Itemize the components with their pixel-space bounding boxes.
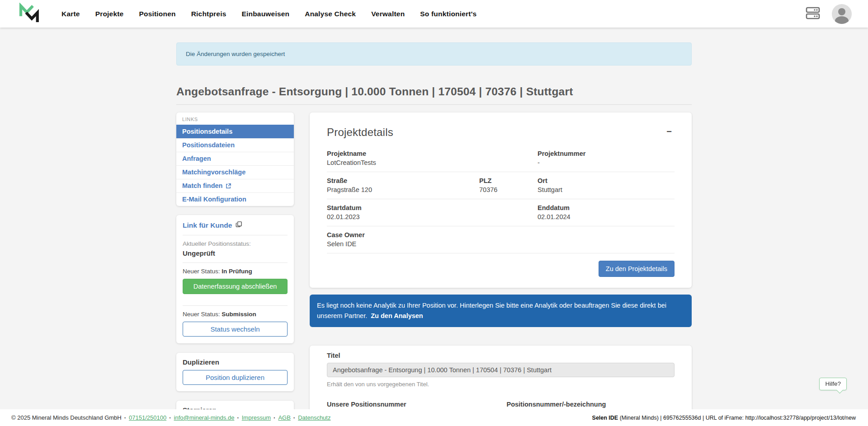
nav-item-einbauweisen[interactable]: Einbauweisen xyxy=(241,10,289,18)
current-status-label: Aktueller Positionsstatus: xyxy=(183,240,288,247)
duplicate-position-button[interactable]: Position duplizieren xyxy=(183,370,288,385)
footer-phone-link[interactable]: 07151/250100 xyxy=(129,414,166,421)
field-label: Enddatum xyxy=(538,204,675,211)
avatar-head xyxy=(838,8,845,15)
next-status-section-2: Neuer Status: Submission Status wechseln xyxy=(183,305,288,337)
next-status-prefix: Neuer Status: xyxy=(183,311,220,318)
user-avatar-icon[interactable] xyxy=(832,4,852,24)
next-status-prefix: Neuer Status: xyxy=(183,268,220,275)
field-label: Startdatum xyxy=(327,204,538,211)
footer-session-info: Selen IDE (Mineral Minds) | 69576255536d… xyxy=(592,415,856,421)
field-value: LotCreationTests xyxy=(327,159,538,166)
footer: © 2025 Mineral Minds Deutschland GmbH 07… xyxy=(0,409,868,426)
field-label: Ort xyxy=(538,177,675,184)
analytics-banner-text: Es liegt noch keine Analytik zu Ihrer Po… xyxy=(317,302,666,319)
change-status-button[interactable]: Status wechseln xyxy=(183,322,288,337)
sidebar-item-label: Positionsdateien xyxy=(182,141,235,149)
project-row-owner: Case Owner Selen IDE xyxy=(327,226,675,253)
complete-data-entry-button[interactable]: Datenerfassung abschließen xyxy=(183,279,288,294)
project-details-title: Projektdetails xyxy=(327,126,393,139)
field-value: 02.01.2024 xyxy=(538,213,675,220)
nav-item-positionen[interactable]: Positionen xyxy=(139,10,175,18)
field-projektname: Projektname LotCreationTests xyxy=(327,150,538,166)
nav-item-projekte[interactable]: Projekte xyxy=(95,10,124,18)
sidebar-item-label: Matchingvorschläge xyxy=(182,169,245,176)
our-position-number-label: Unsere Positionsnummer xyxy=(327,401,495,408)
customer-link-label: Link für Kunde xyxy=(183,221,232,229)
field-projektnummer: Projektnummer - xyxy=(538,150,675,166)
session-user: Selen IDE xyxy=(592,415,618,421)
current-status-section: Aktueller Positionsstatus: Ungeprüft xyxy=(183,235,288,257)
project-row-name-number: Projektname LotCreationTests Projektnumm… xyxy=(327,145,675,172)
sidebar-item-matchingvorschlaege[interactable]: Matchingvorschläge xyxy=(176,165,294,179)
saved-alert-text: Die Änderungen wurden gespeichert xyxy=(186,51,285,57)
separator xyxy=(169,414,171,421)
footer-impressum-link[interactable]: Impressum xyxy=(242,414,271,421)
nav-item-karte[interactable]: Karte xyxy=(61,10,80,18)
sidebar-item-anfragen[interactable]: Anfragen xyxy=(176,152,294,165)
field-label: Projektname xyxy=(327,150,538,157)
copyright-text: © 2025 Mineral Minds Deutschland GmbH xyxy=(11,414,122,421)
main-menu: Karte Projekte Positionen Richtpreis Ein… xyxy=(61,10,476,18)
sidebar: LINKS Positionsdetails Positionsdateien … xyxy=(176,112,294,426)
position-number-label: Positionsnummer/-bezeichnung xyxy=(507,401,675,408)
footer-email-link[interactable]: info@mineral-minds.de xyxy=(174,414,235,421)
go-to-analyses-link[interactable]: Zu den Analysen xyxy=(371,312,423,319)
sidebar-item-label: Anfragen xyxy=(182,155,211,162)
page-content: Die Änderungen wurden gespeichert Angebo… xyxy=(0,28,868,426)
next-status-value-2: Submission xyxy=(222,311,256,318)
project-row-dates: Startdatum 02.01.2023 Enddatum 02.01.202… xyxy=(327,199,675,226)
separator xyxy=(293,414,295,421)
project-details-card: Projektdetails − Projektname LotCreation… xyxy=(310,112,692,288)
nav-item-analyse-check[interactable]: Analyse Check xyxy=(305,10,356,18)
next-status-value-1: In Prüfung xyxy=(222,268,252,275)
server-stack-icon[interactable] xyxy=(806,7,820,21)
analytics-banner: Es liegt noch keine Analytik zu Ihrer Po… xyxy=(310,295,692,327)
sidebar-item-match-finden[interactable]: Match finden xyxy=(176,179,294,192)
sidebar-item-email-konfiguration[interactable]: E-Mail Konfiguration xyxy=(176,192,294,206)
sidebar-item-label: E-Mail Konfiguration xyxy=(182,196,246,203)
avatar-body xyxy=(835,16,849,24)
status-panel: Link für Kunde Aktueller Positionsstatus… xyxy=(176,215,294,343)
field-label: PLZ xyxy=(479,177,538,184)
titel-input xyxy=(327,363,675,377)
titel-help: Erhält den von uns vorgegebenen Titel. xyxy=(327,381,675,388)
nav-item-verwalten[interactable]: Verwalten xyxy=(371,10,405,18)
separator xyxy=(274,414,275,421)
project-row-address: Straße Pragstraße 120 PLZ 70376 Ort Stut… xyxy=(327,172,675,199)
nav-item-richtpreis[interactable]: Richtpreis xyxy=(191,10,226,18)
footer-datenschutz-link[interactable]: Datenschutz xyxy=(298,414,330,421)
field-value: Stuttgart xyxy=(538,186,675,193)
go-to-project-details-button[interactable]: Zu den Projektdetails xyxy=(599,261,675,277)
navbar-right xyxy=(806,4,852,24)
saved-alert: Die Änderungen wurden gespeichert xyxy=(176,42,692,66)
footer-left: © 2025 Mineral Minds Deutschland GmbH 07… xyxy=(11,414,330,421)
next-status-line-2: Neuer Status: Submission xyxy=(183,311,288,318)
footer-agb-link[interactable]: AGB xyxy=(278,414,290,421)
field-ort: Ort Stuttgart xyxy=(538,177,675,193)
field-label: Case Owner xyxy=(327,231,675,239)
next-status-line-1: Neuer Status: In Prüfung xyxy=(183,268,288,275)
duplicate-panel-title: Duplizieren xyxy=(183,358,288,366)
nav-item-so-funktionierts[interactable]: So funktioniert's xyxy=(420,10,476,18)
customer-link[interactable]: Link für Kunde xyxy=(183,221,242,229)
field-value: - xyxy=(538,159,675,166)
sidebar-item-positionsdateien[interactable]: Positionsdateien xyxy=(176,138,294,152)
field-value: Selen IDE xyxy=(327,240,675,248)
collapse-icon[interactable]: − xyxy=(664,126,675,137)
field-label: Straße xyxy=(327,177,479,184)
separator xyxy=(237,414,239,421)
sidebar-item-positionsdetails[interactable]: Positionsdetails xyxy=(176,125,294,138)
mineral-minds-logo-icon[interactable] xyxy=(17,2,41,26)
page-title: Angebotsanfrage - Entsorgung | 10.000 To… xyxy=(176,85,692,98)
titel-label: Titel xyxy=(327,352,675,359)
title-divider xyxy=(176,104,692,105)
external-link-icon xyxy=(226,183,231,189)
field-value: 02.01.2023 xyxy=(327,213,538,220)
help-button[interactable]: Hilfe? xyxy=(819,378,847,390)
field-startdatum: Startdatum 02.01.2023 xyxy=(327,204,538,220)
field-value: 70376 xyxy=(479,186,538,193)
field-label: Projektnummer xyxy=(538,150,675,157)
main-column: Projektdetails − Projektname LotCreation… xyxy=(310,112,692,426)
links-panel: LINKS Positionsdetails Positionsdateien … xyxy=(176,112,294,206)
